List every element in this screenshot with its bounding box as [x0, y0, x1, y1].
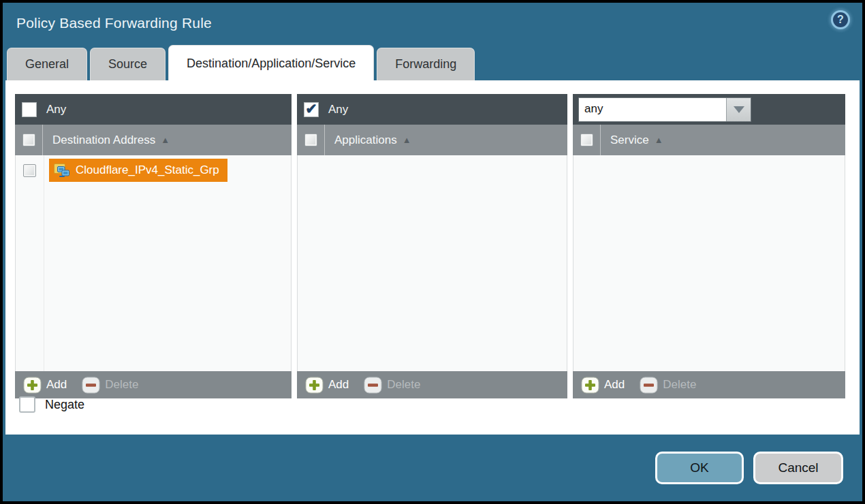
add-button[interactable]: Add	[305, 377, 349, 394]
negate-row: Negate	[19, 396, 84, 413]
service-type-bar: any	[573, 94, 845, 125]
delete-button[interactable]: Delete	[82, 377, 138, 394]
tab-general[interactable]: General	[7, 48, 87, 80]
destination-header-label: Destination Address	[52, 133, 155, 147]
negate-checkbox[interactable]	[19, 396, 35, 413]
service-column-header[interactable]: Service ▲	[573, 125, 845, 155]
dialog-title: Policy Based Forwarding Rule	[16, 15, 212, 31]
service-select-all-checkbox[interactable]	[580, 133, 593, 146]
tab-destination-application-service[interactable]: Destination/Application/Service	[168, 45, 374, 80]
destination-address-column-header[interactable]: Destination Address ▲	[15, 125, 292, 155]
applications-any-checkbox[interactable]: ✔	[304, 102, 319, 117]
destination-address-column: Any Destination Address ▲	[15, 94, 292, 398]
header-checkbox-cell	[15, 125, 43, 155]
minus-icon	[82, 377, 100, 394]
add-button[interactable]: Add	[23, 377, 67, 394]
sort-asc-icon: ▲	[655, 135, 663, 145]
minus-icon	[640, 377, 658, 394]
applications-list	[297, 155, 567, 371]
applications-header-label: Applications	[334, 133, 397, 147]
delete-label: Delete	[663, 378, 696, 392]
row-checkbox[interactable]	[23, 164, 36, 177]
cancel-button[interactable]: Cancel	[753, 452, 843, 484]
destination-any-label: Any	[46, 103, 66, 116]
table-row: Cloudflare_IPv4_Static_Grp	[16, 155, 291, 185]
destination-any-checkbox[interactable]	[22, 102, 37, 117]
address-group-icon	[53, 162, 72, 178]
sort-asc-icon: ▲	[403, 135, 411, 145]
screenshot-frame: Policy Based Forwarding Rule ? General S…	[0, 0, 865, 504]
service-list	[573, 155, 845, 371]
delete-label: Delete	[387, 378, 420, 392]
service-column: any Service ▲	[573, 94, 845, 398]
applications-column: ✔ Any Applications ▲	[297, 94, 567, 398]
service-header-label: Service	[610, 133, 649, 147]
applications-select-all-checkbox[interactable]	[304, 133, 317, 146]
sort-asc-icon: ▲	[161, 135, 170, 145]
chevron-down-icon[interactable]	[726, 98, 751, 121]
destination-select-all-checkbox[interactable]	[22, 133, 35, 146]
pbf-rule-dialog: Policy Based Forwarding Rule ? General S…	[3, 3, 862, 501]
service-type-value: any	[579, 98, 726, 121]
delete-button[interactable]: Delete	[364, 377, 420, 394]
tab-bar: General Source Destination/Application/S…	[7, 45, 475, 80]
header-checkbox-cell	[297, 125, 325, 155]
plus-icon	[305, 377, 324, 394]
service-type-dropdown[interactable]: any	[578, 97, 751, 122]
destination-address-list: Cloudflare_IPv4_Static_Grp	[15, 155, 292, 371]
address-group-label: Cloudflare_IPv4_Static_Grp	[76, 163, 219, 177]
applications-footer: Add Delete	[297, 371, 567, 398]
destination-footer: Add Delete	[15, 371, 292, 398]
address-group-item[interactable]: Cloudflare_IPv4_Static_Grp	[49, 159, 227, 182]
destination-any-bar: Any	[15, 94, 292, 125]
minus-icon	[364, 377, 382, 394]
ok-button[interactable]: OK	[655, 452, 744, 484]
row-checkbox-cell	[16, 164, 44, 177]
delete-label: Delete	[105, 378, 138, 392]
tab-content-panel: Any Destination Address ▲	[5, 80, 860, 435]
add-button[interactable]: Add	[581, 377, 625, 394]
tab-forwarding[interactable]: Forwarding	[377, 48, 475, 80]
service-footer: Add Delete	[573, 371, 845, 398]
help-icon[interactable]: ?	[831, 10, 850, 29]
applications-any-bar: ✔ Any	[297, 94, 567, 125]
add-label: Add	[46, 378, 67, 392]
applications-column-header[interactable]: Applications ▲	[297, 125, 567, 155]
dialog-footer: OK Cancel	[3, 435, 862, 501]
applications-any-label: Any	[328, 103, 348, 116]
plus-icon	[581, 377, 599, 394]
dialog-titlebar: Policy Based Forwarding Rule ?	[3, 3, 862, 46]
plus-icon	[23, 377, 42, 394]
header-checkbox-cell	[573, 125, 601, 155]
negate-label: Negate	[45, 398, 84, 412]
add-label: Add	[328, 378, 349, 392]
delete-button[interactable]: Delete	[640, 377, 696, 394]
tab-source[interactable]: Source	[90, 48, 166, 80]
check-icon: ✔	[305, 101, 317, 116]
add-label: Add	[604, 378, 625, 392]
help-glyph: ?	[837, 14, 844, 25]
